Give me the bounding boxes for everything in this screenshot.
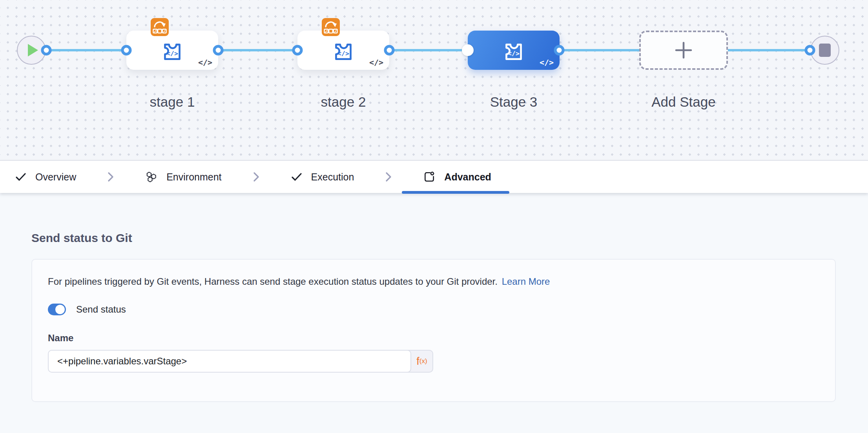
- advanced-panel: Send status to Git For pipelines trigger…: [0, 193, 868, 433]
- check-icon: [291, 171, 303, 183]
- fx-f: f: [416, 355, 419, 368]
- description-body: For pipelines triggered by Git events, H…: [48, 276, 498, 287]
- stage-node-1[interactable]: </> </>: [126, 31, 218, 70]
- tab-label: Environment: [166, 171, 221, 183]
- name-field-label: Name: [48, 333, 819, 344]
- svg-text:</>: </>: [166, 50, 178, 57]
- stage-node-3-selected[interactable]: </> </>: [468, 31, 560, 70]
- port-dot[interactable]: [805, 45, 815, 56]
- pipeline-canvas[interactable]: </> </> </> </> </> </>: [0, 0, 868, 160]
- port-dot[interactable]: [213, 45, 224, 56]
- hexagons-environment-icon: [145, 171, 158, 183]
- check-icon: [15, 171, 27, 183]
- tab-environment[interactable]: Environment: [145, 161, 221, 193]
- add-stage-label: Add Stage: [639, 94, 728, 110]
- description-text: For pipelines triggered by Git events, H…: [48, 276, 819, 287]
- stage-label: Stage 3: [468, 94, 560, 110]
- active-tab-underline: [402, 191, 509, 194]
- yaml-code-icon: </>: [540, 58, 554, 67]
- toggle-knob: [55, 305, 65, 314]
- tab-advanced[interactable]: Advanced: [423, 161, 491, 193]
- toggle-label: Send status: [76, 304, 126, 315]
- stage-config-tabbar: Overview Environment Execution Advanced: [0, 160, 868, 193]
- rollback-badge-icon: [322, 18, 340, 36]
- stop-icon: [819, 44, 831, 57]
- yaml-code-icon: </>: [198, 58, 212, 67]
- chevron-right-icon: [105, 171, 116, 183]
- custom-stage-icon: </>: [501, 37, 527, 63]
- send-status-toggle[interactable]: [48, 304, 66, 315]
- learn-more-link[interactable]: Learn More: [502, 276, 550, 287]
- stage-node-2[interactable]: </> </>: [297, 31, 389, 70]
- plus-icon: [673, 40, 694, 60]
- stage-label: stage 2: [297, 94, 389, 110]
- port-dot[interactable]: [41, 45, 52, 56]
- name-input[interactable]: [48, 350, 411, 373]
- rollback-badge-icon: [151, 18, 169, 36]
- custom-stage-icon: </>: [330, 37, 356, 63]
- port-dot[interactable]: [292, 45, 303, 56]
- custom-stage-icon: </>: [159, 37, 185, 63]
- port-dot[interactable]: [121, 45, 132, 56]
- chevron-right-icon: [251, 171, 262, 183]
- stage-label: stage 1: [126, 94, 218, 110]
- tab-label: Overview: [35, 171, 76, 183]
- port-dot[interactable]: [384, 45, 395, 56]
- advanced-settings-icon: [423, 171, 436, 183]
- tab-label: Execution: [311, 171, 354, 183]
- add-stage-button[interactable]: [639, 31, 728, 70]
- port-dot[interactable]: [462, 44, 474, 56]
- send-status-card: For pipelines triggered by Git events, H…: [31, 259, 836, 402]
- tab-label: Advanced: [444, 171, 491, 183]
- fx-sub: (x): [419, 357, 427, 365]
- section-title: Send status to Git: [0, 193, 868, 245]
- port-dot[interactable]: [554, 45, 565, 56]
- yaml-code-icon: </>: [369, 58, 383, 67]
- svg-text:</>: </>: [337, 50, 349, 57]
- chevron-right-icon: [383, 171, 394, 183]
- tab-overview[interactable]: Overview: [15, 161, 76, 193]
- svg-text:</>: </>: [508, 50, 520, 57]
- tab-execution[interactable]: Execution: [291, 161, 354, 193]
- play-icon: [28, 44, 38, 56]
